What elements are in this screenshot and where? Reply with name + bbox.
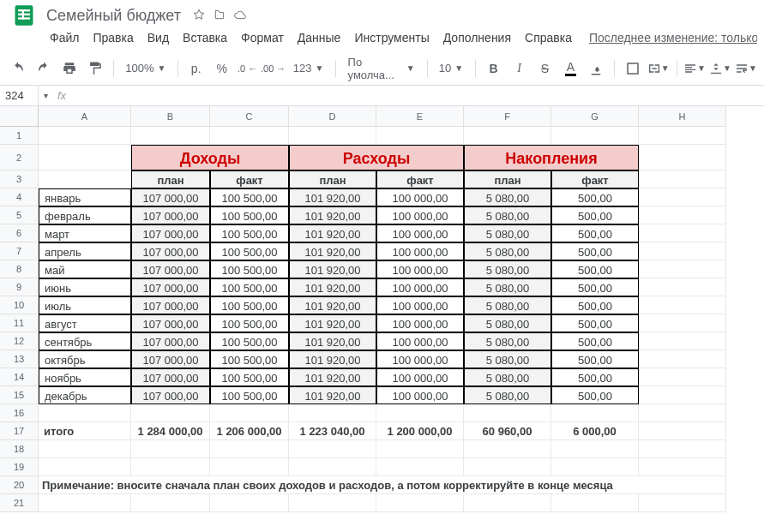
last-edit-link[interactable]: Последнее изменение: только	[589, 31, 757, 45]
cell[interactable]	[551, 404, 639, 422]
cell[interactable]	[464, 127, 551, 145]
month-cell[interactable]: июнь	[39, 278, 131, 296]
cell[interactable]	[639, 386, 726, 404]
cell[interactable]	[639, 458, 726, 476]
value-cell[interactable]: 100 500,00	[210, 188, 289, 206]
row-header[interactable]: 9	[0, 278, 39, 296]
cell[interactable]	[551, 440, 639, 458]
total-cell[interactable]: 6 000,00	[551, 422, 639, 440]
value-cell[interactable]: 100 500,00	[210, 386, 289, 404]
value-cell[interactable]: 100 500,00	[210, 260, 289, 278]
cell[interactable]	[39, 145, 131, 170]
note-cell[interactable]: Примечание: вносите сначала план своих д…	[39, 476, 726, 494]
month-cell[interactable]: май	[39, 260, 131, 278]
cell[interactable]	[639, 260, 726, 278]
cell[interactable]	[551, 458, 639, 476]
cell[interactable]	[376, 458, 464, 476]
row-header[interactable]: 8	[0, 260, 39, 278]
cell[interactable]	[39, 440, 131, 458]
currency-button[interactable]: р.	[185, 57, 208, 80]
value-cell[interactable]: 100 500,00	[210, 350, 289, 368]
value-cell[interactable]: 100 000,00	[376, 386, 464, 404]
redo-button[interactable]	[33, 57, 55, 80]
month-cell[interactable]: июль	[39, 296, 131, 314]
value-cell[interactable]: 101 920,00	[289, 224, 376, 242]
select-all-corner[interactable]	[0, 106, 39, 127]
col-header[interactable]: E	[376, 106, 464, 127]
total-cell[interactable]: 1 206 000,00	[210, 422, 289, 440]
cell[interactable]	[464, 440, 551, 458]
value-cell[interactable]: 500,00	[551, 224, 639, 242]
total-cell[interactable]: 1 200 000,00	[376, 422, 464, 440]
cell[interactable]	[639, 296, 726, 314]
cell[interactable]	[639, 332, 726, 350]
row-header[interactable]: 10	[0, 296, 39, 314]
sub-header[interactable]: факт	[551, 170, 639, 188]
value-cell[interactable]: 5 080,00	[464, 206, 551, 224]
value-cell[interactable]: 101 920,00	[289, 188, 376, 206]
value-cell[interactable]: 100 500,00	[210, 296, 289, 314]
value-cell[interactable]: 100 500,00	[210, 314, 289, 332]
cell[interactable]	[639, 440, 726, 458]
cell[interactable]	[639, 422, 726, 440]
cell[interactable]	[639, 278, 726, 296]
menu-edit[interactable]: Правка	[86, 27, 140, 48]
value-cell[interactable]: 5 080,00	[464, 188, 551, 206]
value-cell[interactable]: 100 000,00	[376, 260, 464, 278]
cell[interactable]	[464, 404, 551, 422]
value-cell[interactable]: 107 000,00	[131, 296, 210, 314]
value-cell[interactable]: 500,00	[551, 368, 639, 386]
sub-header[interactable]: факт	[210, 170, 289, 188]
menu-insert[interactable]: Вставка	[176, 27, 234, 48]
cell[interactable]	[131, 458, 210, 476]
sub-header[interactable]: план	[131, 170, 210, 188]
row-header[interactable]: 7	[0, 242, 39, 260]
cell[interactable]	[210, 494, 289, 512]
value-cell[interactable]: 5 080,00	[464, 260, 551, 278]
cell[interactable]	[464, 458, 551, 476]
value-cell[interactable]: 100 000,00	[376, 206, 464, 224]
cell[interactable]	[289, 440, 376, 458]
month-cell[interactable]: февраль	[39, 206, 131, 224]
total-label[interactable]: итого	[39, 422, 131, 440]
row-header[interactable]: 4	[0, 188, 39, 206]
col-header[interactable]: F	[464, 106, 551, 127]
cell[interactable]	[131, 494, 210, 512]
value-cell[interactable]: 500,00	[551, 242, 639, 260]
cell[interactable]	[639, 145, 726, 170]
total-cell[interactable]: 1 284 000,00	[131, 422, 210, 440]
value-cell[interactable]: 500,00	[551, 386, 639, 404]
header-expense[interactable]: Расходы	[289, 145, 464, 170]
cloud-icon[interactable]	[234, 9, 246, 23]
cell[interactable]	[376, 127, 464, 145]
col-header[interactable]: C	[210, 106, 289, 127]
cell[interactable]	[639, 242, 726, 260]
borders-button[interactable]	[622, 57, 644, 80]
name-box[interactable]: 324	[0, 86, 39, 105]
month-cell[interactable]: март	[39, 224, 131, 242]
value-cell[interactable]: 101 920,00	[289, 386, 376, 404]
wrap-button[interactable]: ▼	[735, 57, 757, 80]
col-header[interactable]: H	[639, 106, 726, 127]
row-header[interactable]: 1	[0, 127, 39, 145]
cell[interactable]	[39, 170, 131, 188]
row-header[interactable]: 19	[0, 458, 39, 476]
value-cell[interactable]: 100 000,00	[376, 350, 464, 368]
value-cell[interactable]: 100 500,00	[210, 278, 289, 296]
value-cell[interactable]: 100 000,00	[376, 224, 464, 242]
value-cell[interactable]: 500,00	[551, 296, 639, 314]
cell[interactable]	[639, 224, 726, 242]
value-cell[interactable]: 100 000,00	[376, 278, 464, 296]
value-cell[interactable]: 100 000,00	[376, 188, 464, 206]
value-cell[interactable]: 5 080,00	[464, 332, 551, 350]
cell[interactable]	[376, 440, 464, 458]
menu-view[interactable]: Вид	[141, 27, 176, 48]
row-header[interactable]: 14	[0, 368, 39, 386]
row-header[interactable]: 17	[0, 422, 39, 440]
value-cell[interactable]: 107 000,00	[131, 278, 210, 296]
value-cell[interactable]: 5 080,00	[464, 278, 551, 296]
value-cell[interactable]: 100 000,00	[376, 314, 464, 332]
value-cell[interactable]: 101 920,00	[289, 350, 376, 368]
total-cell[interactable]: 1 223 040,00	[289, 422, 376, 440]
cell[interactable]	[639, 350, 726, 368]
